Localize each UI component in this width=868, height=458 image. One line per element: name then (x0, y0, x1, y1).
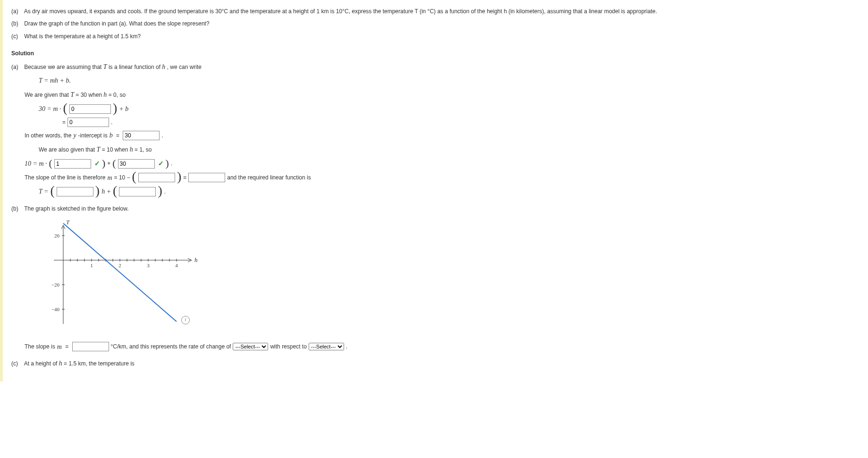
ytick-20: 20 (54, 233, 60, 238)
solution-b-intro: (b) The graph is sketched in the figure … (11, 204, 863, 213)
problem-c: (c) What is the temperature at a height … (11, 32, 863, 41)
eq-line1-lhs: 30 = m · (39, 103, 61, 115)
input-h0[interactable] (69, 104, 111, 114)
problem-a: (a) As dry air moves upward, it expands … (11, 7, 863, 16)
solution-a-intro: (a) Because we are assuming that T is a … (11, 61, 863, 73)
given1: We are given that T = 30 when h = 0, so (25, 89, 863, 101)
input-m-result[interactable] (188, 173, 225, 182)
eq-line2-lhs: = (62, 118, 66, 127)
solution-c: (c) At a height of h = 1.5 km, the tempe… (11, 358, 863, 369)
input-h1[interactable] (54, 159, 91, 169)
ytick-neg40: −40 (51, 306, 60, 312)
data-line (63, 223, 177, 322)
input-b-derived[interactable] (67, 118, 109, 127)
check-icon: ✓ (94, 158, 100, 170)
part-label-a: (a) (11, 7, 23, 16)
check-icon: ✓ (158, 158, 164, 170)
part-label-b2: (b) (11, 204, 23, 213)
input-final-m[interactable] (57, 187, 93, 196)
xtick-1: 1 (90, 263, 93, 268)
select-wrt[interactable]: ---Select--- (309, 343, 344, 350)
input-slope-m[interactable] (72, 342, 109, 351)
eq-line3-lhs: 10 = m · (25, 158, 47, 170)
input-b-value[interactable] (123, 131, 160, 140)
part-label-a2: (a) (11, 62, 23, 72)
part-label-b: (b) (11, 19, 23, 28)
yintercept-line: In other words, the y -intercept is b = … (25, 130, 863, 141)
eq-line2-rhs: . (111, 118, 112, 127)
xtick-4: 4 (175, 263, 178, 268)
eq-line1-rhs: + b (119, 103, 128, 115)
eq-line3-end: . (171, 159, 172, 168)
slope-line: The slope of the line is therefore m = 1… (25, 172, 863, 184)
solution-heading: Solution (11, 50, 34, 57)
problem-c-text: What is the temperature at a height of 1… (24, 33, 141, 40)
input-final-b[interactable] (119, 187, 156, 196)
ytick-neg20: −20 (51, 282, 60, 288)
problem-b-text: Draw the graph of the function in part (… (24, 20, 209, 27)
x-axis-label: h (194, 256, 198, 263)
problem-b: (b) Draw the graph of the function in pa… (11, 19, 863, 28)
input-b30[interactable] (118, 159, 155, 169)
part-label-c2: (c) (11, 359, 23, 368)
eq-line1: 30 = m · ( ) + b (39, 103, 863, 115)
problem-a-text: As dry air moves upward, it expands and … (24, 8, 657, 15)
info-icon[interactable]: i (181, 316, 190, 324)
slope-sentence: The slope is m = °C/km, and this represe… (25, 341, 863, 353)
final-eq: T = ( ) h + ( ) . (39, 186, 863, 197)
graph-figure: T h 20 −20 −40 1 2 (35, 218, 205, 326)
eq-line3: 10 = m · ( ✓ ) + ( ✓ ) . (25, 158, 863, 170)
xtick-3: 3 (147, 263, 150, 268)
y-axis-label: T (66, 219, 70, 226)
eq-line3-plus: + (107, 159, 110, 168)
given2: We are also given that T = 10 when h = 1… (39, 144, 863, 155)
xtick-2: 2 (118, 263, 121, 268)
part-label-c: (c) (11, 32, 23, 41)
eq-line2: = . (62, 118, 863, 127)
input-m-sub[interactable] (138, 173, 175, 182)
eq-model: T = mh + b. (39, 75, 863, 86)
select-rate-of[interactable]: ---Select--- (233, 343, 268, 350)
page-content: (a) As dry air moves upward, it expands … (0, 0, 868, 382)
